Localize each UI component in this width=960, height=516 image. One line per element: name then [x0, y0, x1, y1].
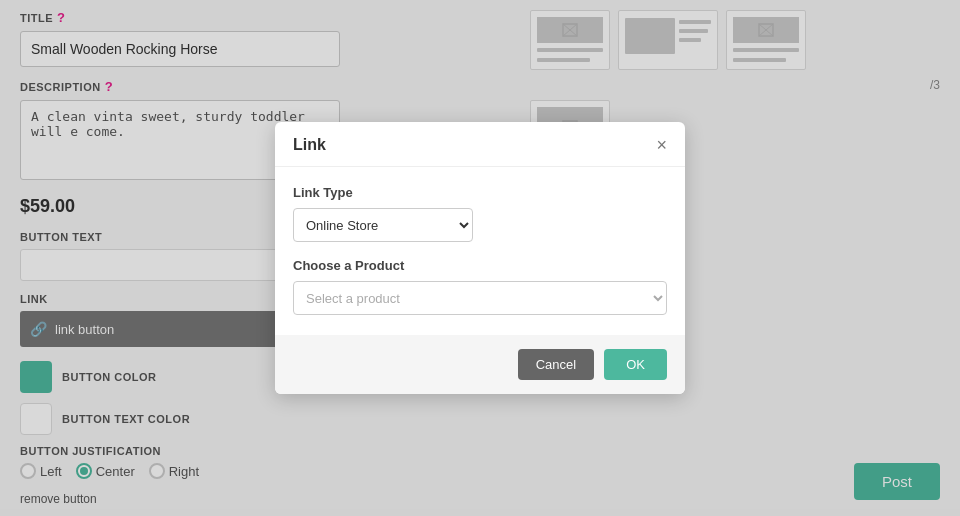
modal-body: Link Type Online Store External URL Emai… — [275, 167, 685, 331]
modal-overlay: Link × Link Type Online Store External U… — [0, 0, 960, 516]
link-modal: Link × Link Type Online Store External U… — [275, 122, 685, 394]
ok-button[interactable]: OK — [604, 349, 667, 380]
modal-footer: Cancel OK — [275, 335, 685, 394]
cancel-button[interactable]: Cancel — [518, 349, 594, 380]
modal-close-button[interactable]: × — [656, 136, 667, 154]
link-type-select[interactable]: Online Store External URL Email — [293, 208, 473, 242]
choose-product-label: Choose a Product — [293, 258, 667, 273]
modal-header: Link × — [275, 122, 685, 167]
link-type-label: Link Type — [293, 185, 667, 200]
modal-title: Link — [293, 136, 326, 154]
choose-product-select[interactable]: Select a product — [293, 281, 667, 315]
